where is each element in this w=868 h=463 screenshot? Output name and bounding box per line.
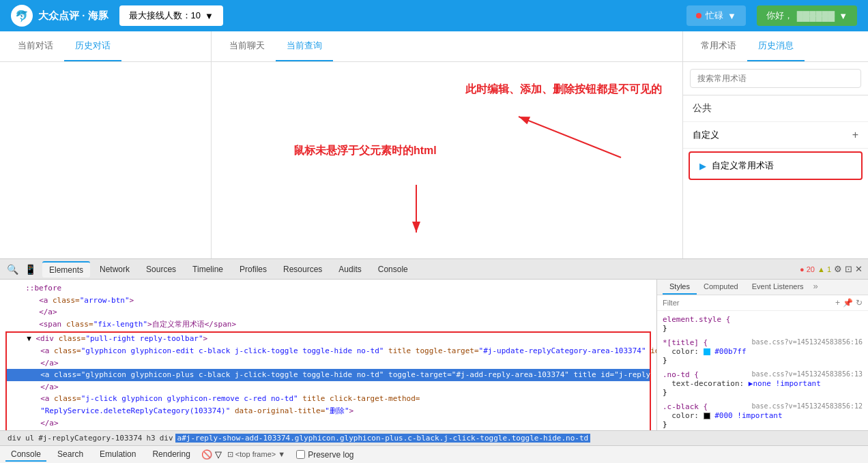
styles-tab-event-listeners[interactable]: Event Listeners — [745, 280, 811, 295]
styles-content-area: element.style { } *[title] { base.css?v=… — [657, 311, 868, 430]
styles-tab-bar: Styles Computed Event Listeners » — [657, 280, 868, 295]
center-content-area: 此时编辑、添加、删除按钮都是不可见的 鼠标未悬浮于父元素时的html — [212, 62, 682, 258]
navbar: 🐬 大众点评 · 海豚 最大接线人数：10 ▼ 忙碌 ▼ 你好， ██████ … — [0, 0, 868, 31]
custom-section-header: 自定义 + — [683, 122, 868, 149]
tab-timeline[interactable]: Timeline — [186, 262, 230, 277]
right-tab-bar: 常用术语 历史消息 — [683, 31, 868, 62]
console-prohibit-icon[interactable]: 🚫 — [201, 449, 212, 460]
breadcrumb-div2[interactable]: div — [158, 434, 175, 443]
tab-current-query[interactable]: 当前查询 — [276, 31, 333, 61]
status-arrow-icon: ▼ — [727, 11, 736, 21]
html-line: </a> — [5, 306, 651, 318]
error-badge: ● 20 — [800, 265, 815, 273]
terms-search-input[interactable] — [690, 69, 861, 88]
breadcrumb-div[interactable]: div — [5, 434, 23, 443]
warning-badge: ▲ 1 — [818, 265, 831, 273]
html-line: </a> — [7, 357, 650, 370]
styles-tab-computed[interactable]: Computed — [697, 280, 745, 295]
main-area: 当前对话 历史对话 当前聊天 当前查询 此时编辑、添加、删除按钮都是不可见的 — [0, 31, 868, 258]
tab-network[interactable]: Network — [93, 262, 136, 277]
breadcrumb-selected-element[interactable]: a#j-reply-show-add-103374.glyphicon.glyp… — [175, 434, 591, 443]
devtools-panel: 🔍 📱 Elements Network Sources Timeline Pr… — [0, 258, 868, 463]
devtools-body: ::before <a class="arrow-btn"> </a> <spa… — [0, 280, 868, 430]
preserve-log-label[interactable]: Preserve log — [296, 450, 353, 460]
html-line-selected: <a class="glyphicon glyphicon-plus c-bla… — [7, 369, 650, 381]
html-line: ▼ <div class="pull-right reply-toolbar"> — [7, 333, 650, 345]
outline-box: ▼ <div class="pull-right reply-toolbar">… — [5, 331, 651, 430]
tab-resources[interactable]: Resources — [276, 262, 329, 277]
breadcrumb-bar: div ul #j-replyCategory-103374 h3 div a#… — [0, 430, 868, 445]
html-line: </a> — [7, 417, 650, 430]
console-filter-icon[interactable]: ▽ — [215, 449, 222, 460]
add-style-icon[interactable]: + — [835, 298, 840, 308]
close-devtools-icon[interactable]: ✕ — [855, 264, 863, 274]
navbar-brand: 大众点评 · 海豚 — [38, 10, 108, 23]
tab-sources[interactable]: Sources — [139, 262, 183, 277]
html-line: </a> — [7, 381, 650, 393]
chevron-right-icon: ▶ — [699, 161, 706, 171]
style-rule-c-black: .c-black { base.css?v=1451324583856:12 c… — [663, 402, 863, 429]
tab-current-dialog[interactable]: 当前对话 — [7, 31, 64, 61]
dropdown-arrow-icon: ▼ — [205, 11, 214, 21]
breadcrumb-ul[interactable]: ul — [23, 434, 36, 443]
annotation-arrow-2 — [212, 130, 682, 258]
styles-tab-styles[interactable]: Styles — [663, 280, 697, 295]
tab-audits[interactable]: Audits — [332, 262, 368, 277]
tab-current-chat[interactable]: 当前聊天 — [218, 31, 276, 61]
annotation-html-state: 鼠标未悬浮于父元素时的html — [293, 144, 437, 158]
html-line: <a class="arrow-btn"> — [5, 295, 651, 307]
max-connections-dropdown[interactable]: 最大接线人数：10 ▼ — [119, 5, 223, 26]
devtools-tab-bar: 🔍 📱 Elements Network Sources Timeline Pr… — [0, 259, 868, 280]
devtools-icons: 🔍 📱 — [5, 263, 37, 276]
dock-icon[interactable]: ⊡ — [845, 264, 852, 274]
right-search-area — [683, 62, 868, 95]
html-line: </div> — [7, 429, 650, 430]
devtools-badges: ● 20 ▲ 1 ⚙ ⊡ ✕ — [800, 264, 863, 274]
html-line: <a class="glyphicon glyphicon-edit c-bla… — [7, 345, 650, 357]
user-menu[interactable]: 你好， ██████ ▼ — [757, 5, 857, 26]
html-line: ::before — [5, 282, 651, 295]
html-line: <a class="j-click glyphicon glyphicon-re… — [7, 393, 650, 405]
status-dot-icon — [696, 13, 701, 18]
styles-filter-input[interactable] — [663, 299, 833, 307]
console-tab-rendering[interactable]: Rendering — [147, 448, 195, 462]
console-tab-emulation[interactable]: Emulation — [94, 448, 141, 462]
html-line: <span class="fix-length">自定义常用术语</span> — [5, 318, 651, 331]
tab-history-messages[interactable]: 历史消息 — [747, 31, 805, 61]
console-tab-console[interactable]: Console — [5, 448, 46, 462]
tab-profiles[interactable]: Profiles — [233, 262, 274, 277]
breadcrumb-reply-category[interactable]: #j-replyCategory-103374 — [36, 434, 144, 443]
custom-term-item[interactable]: ▶ 自定义常用术语 — [689, 151, 863, 180]
style-rule-element: element.style { } — [663, 315, 863, 333]
console-tab-search[interactable]: Search — [52, 448, 89, 462]
pin-style-icon[interactable]: 📌 — [843, 298, 853, 308]
annotation-arrow-1 — [212, 76, 682, 212]
preserve-log-checkbox[interactable] — [296, 450, 305, 459]
styles-filter-bar: + 📌 ↻ — [657, 295, 868, 311]
mobile-icon[interactable]: 📱 — [23, 263, 37, 276]
annotation-invisible-buttons: 此时编辑、添加、删除按钮都是不可见的 — [465, 83, 662, 97]
inspect-icon[interactable]: 🔍 — [5, 263, 19, 276]
refresh-style-icon[interactable]: ↻ — [856, 298, 863, 308]
filter-icon[interactable]: ⚙ — [834, 264, 842, 274]
style-rule-title: *[title] { base.css?v=1451324583856:16 c… — [663, 338, 863, 365]
more-tabs-icon[interactable]: » — [811, 280, 821, 295]
tab-console[interactable]: Console — [371, 262, 415, 277]
left-tab-bar: 当前对话 历史对话 — [0, 31, 211, 62]
html-line: "ReplyService.deleteReplyCategory(103374… — [7, 405, 650, 417]
html-code-area: ::before <a class="arrow-btn"> </a> <spa… — [0, 280, 656, 430]
tab-elements[interactable]: Elements — [42, 261, 90, 278]
status-dropdown[interactable]: 忙碌 ▼ — [686, 5, 746, 26]
html-panel[interactable]: ::before <a class="arrow-btn"> </a> <spa… — [0, 280, 656, 430]
tab-history-dialog[interactable]: 历史对话 — [64, 31, 121, 61]
breadcrumb-h3[interactable]: h3 — [144, 434, 157, 443]
add-custom-term-button[interactable]: + — [852, 129, 858, 141]
console-frame-selector[interactable]: ⊡ <top frame> ▼ — [227, 450, 285, 459]
svg-line-1 — [519, 117, 621, 158]
center-tab-bar: 当前聊天 当前查询 — [212, 31, 682, 62]
console-bar: Console Search Emulation Rendering 🚫 ▽ ⊡… — [0, 445, 868, 463]
tab-common-terms[interactable]: 常用术语 — [690, 31, 747, 61]
styles-panel: Styles Computed Event Listeners » + 📌 ↻ … — [656, 280, 868, 430]
public-section: 公共 — [683, 95, 868, 122]
center-panel: 当前聊天 当前查询 此时编辑、添加、删除按钮都是不可见的 鼠标未悬浮于父元素时的… — [212, 31, 682, 258]
